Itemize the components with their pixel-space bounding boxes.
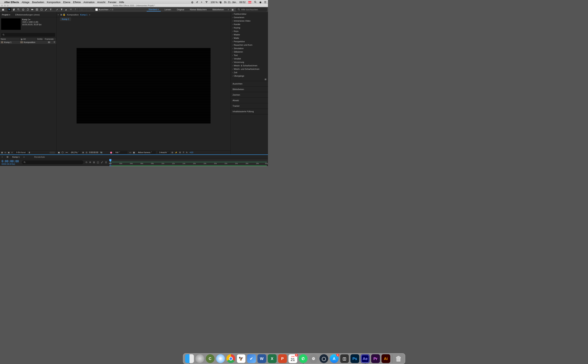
fx-category[interactable]: Zeit	[231, 71, 268, 74]
menubar-date[interactable]: Di. 21. Jän.	[224, 1, 237, 4]
adjust-icon[interactable]: ⛭	[11, 151, 13, 154]
workspace-standard[interactable]: Standard ≡	[147, 8, 161, 12]
rotate-tool[interactable]	[26, 8, 30, 12]
wifi-icon[interactable]	[205, 1, 208, 3]
bluetooth-icon[interactable]: ⟡	[201, 0, 202, 4]
workspace-learn[interactable]: Lernen	[163, 8, 173, 11]
panel-character[interactable]: Zeichen	[231, 92, 268, 98]
panel-content-aware[interactable]: Inhaltsbasierte Füllung	[231, 109, 268, 114]
fx-category[interactable]: Keys	[231, 29, 268, 33]
help-search[interactable]: Hilfe durchsuchen	[236, 8, 267, 12]
motion-blur-icon[interactable]: ◫	[97, 161, 99, 164]
roi-icon[interactable]: ▭	[129, 151, 131, 154]
timeline-icon[interactable]: ☰	[179, 151, 181, 154]
menu-window[interactable]: Fenster	[108, 1, 117, 4]
fx-category[interactable]: Stilisieren	[231, 50, 268, 53]
pen-tool[interactable]	[44, 8, 48, 12]
col-type[interactable]: Art	[23, 38, 36, 40]
fx-category[interactable]: Verzerrung	[231, 60, 268, 64]
comp-lock-icon[interactable]: ▦ 🔓	[60, 13, 66, 16]
pixel-aspect-icon[interactable]: ⊟	[172, 151, 173, 154]
brush-tool[interactable]	[55, 8, 59, 12]
alpha-icon[interactable]: ▣	[58, 151, 60, 154]
channel-icon[interactable]: 🖵	[62, 151, 64, 154]
timeline-tab-close[interactable]: ×	[1, 156, 3, 158]
fx-category[interactable]: Kanäle	[231, 23, 268, 26]
menu-view[interactable]: Ansicht	[97, 1, 106, 4]
pan-behind-tool[interactable]	[35, 8, 39, 12]
fx-category[interactable]: Simulation	[231, 47, 268, 50]
clone-tool[interactable]	[60, 8, 64, 12]
col-name[interactable]: Name	[0, 38, 20, 40]
timeline-tab[interactable]: Komp 1	[12, 156, 20, 158]
comp-panel-name[interactable]: Komp 1	[80, 13, 87, 16]
fx-new-bin-icon[interactable]: ▦	[231, 78, 268, 81]
camera-dropdown[interactable]: Aktive Kamera ˅	[137, 151, 156, 154]
home-button[interactable]	[1, 8, 5, 12]
tab-effect-controls[interactable]: Effekteinstellungen (ohne)	[14, 13, 40, 17]
comp-tab-close[interactable]: ×	[58, 13, 59, 16]
render-queue-tab[interactable]: Renderliste	[34, 156, 45, 158]
menu-layer[interactable]: Ebene	[63, 1, 70, 4]
shy-icon[interactable]: ⟲	[85, 161, 87, 164]
menu-composition[interactable]: Komposition	[47, 1, 61, 4]
project-search[interactable]	[1, 33, 55, 37]
fx-category[interactable]: Farbkorrektur	[231, 12, 268, 16]
col-label[interactable]: ◪	[20, 38, 23, 40]
zoom-tool[interactable]	[17, 8, 20, 12]
fx-category[interactable]: Matte	[231, 36, 268, 40]
trash-icon[interactable]: 🗑	[28, 151, 30, 154]
brainstorm-icon[interactable]: ⊡	[105, 161, 107, 164]
window-close[interactable]	[1, 5, 3, 6]
workspace-libraries[interactable]: Bibliotheken	[211, 8, 226, 11]
workspace-original[interactable]: Original	[175, 8, 186, 11]
mask-icon[interactable]: 👓	[66, 151, 68, 154]
comp-button-icon[interactable]: ✲	[89, 161, 91, 164]
color-icon[interactable]: ⬤	[110, 151, 112, 154]
tab-project[interactable]: Projekt ≡	[1, 13, 11, 17]
fx-category[interactable]: Übergänge	[231, 74, 268, 78]
bpc-button[interactable]: 8-Bit-Kanal	[14, 151, 27, 154]
fx-category[interactable]: Generieren	[231, 16, 268, 19]
interpret-icon[interactable]: ▦	[1, 151, 3, 154]
frame-blend-icon[interactable]: ⊞	[93, 161, 95, 164]
orbit-tool[interactable]	[21, 8, 25, 12]
comp-subtab[interactable]: Komp 1	[60, 17, 71, 21]
project-thumbnail[interactable]	[1, 18, 21, 30]
app-menu[interactable]: After Effects	[4, 1, 19, 4]
composition-viewer[interactable]	[56, 21, 230, 150]
shape-tool[interactable]	[40, 8, 43, 12]
battery-status[interactable]: 100 % ⚡︎▮	[211, 1, 221, 4]
project-toggle[interactable]	[49, 152, 55, 154]
menu-help[interactable]: Hilfe	[119, 1, 124, 4]
time-machine-icon[interactable]: ↺	[196, 1, 198, 4]
spotlight-icon[interactable]	[254, 1, 257, 3]
project-item-row[interactable]: Komp 1 Komposition 30 ⠿	[0, 40, 56, 44]
menu-edit[interactable]: Bearbeiten	[32, 1, 44, 4]
hand-tool[interactable]	[12, 8, 16, 12]
col-fps[interactable]: Framerate	[44, 38, 56, 40]
menu-animation[interactable]: Animation	[83, 1, 94, 4]
fx-category[interactable]: Weich- und Scharfzeichnen	[231, 67, 268, 71]
mesh-icon[interactable]: ◫	[80, 8, 84, 12]
snapshot-icon[interactable]: 📷	[100, 151, 102, 154]
flowchart-icon[interactable]: ⠿	[53, 41, 56, 44]
flowchart-icon2[interactable]: ⠿	[183, 151, 184, 154]
flag-icon[interactable]	[248, 1, 251, 3]
text-tool[interactable]	[49, 8, 53, 12]
viewer-time[interactable]: 0:00:00:00	[89, 151, 98, 154]
bone-icon[interactable]: ⟊	[84, 8, 88, 12]
fx-category[interactable]: Rauschen und Korn	[231, 43, 268, 47]
panel-libraries[interactable]: Bibliotheken	[231, 87, 268, 92]
window-zoom[interactable]	[7, 5, 9, 6]
panel-paragraph[interactable]: Absatz	[231, 98, 268, 103]
menubar-time[interactable]: 09:52	[239, 1, 246, 4]
timeline-track-area[interactable]	[109, 166, 268, 166]
graph-icon[interactable]: 🖉	[101, 161, 103, 164]
fx-category[interactable]: Text	[231, 53, 268, 57]
grid-icon[interactable]: ⊡	[86, 151, 87, 154]
res-icon[interactable]: ⊞	[82, 151, 84, 154]
folder-icon[interactable]: 🗀	[4, 151, 6, 154]
work-area[interactable]	[110, 162, 267, 162]
comp-panel-menu-icon[interactable]: ≡	[89, 13, 90, 16]
